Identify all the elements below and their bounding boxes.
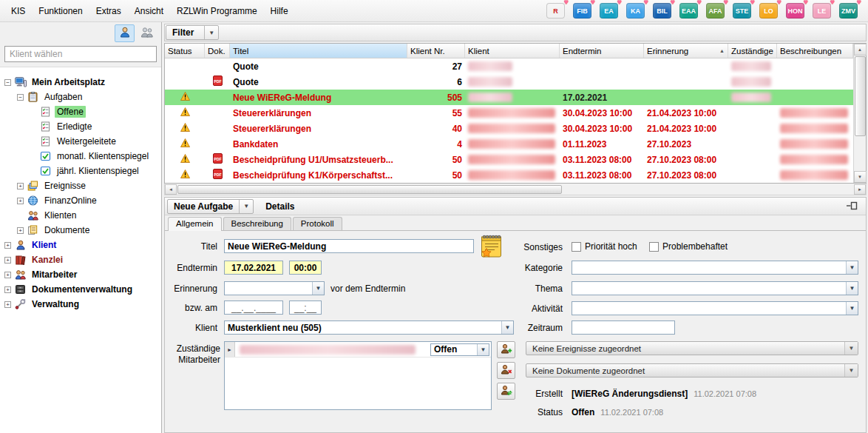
app-icon-zmv[interactable]: ZMV♥ [839,3,858,19]
table-row[interactable]: Neue WiEReG-Meldung50517.02.2021 [165,90,853,105]
app-icon-ea[interactable]: EA♥ [600,3,618,19]
app-icon-eaa[interactable]: EAA♥ [679,3,698,19]
pin-button[interactable] [840,199,864,213]
tree-item-monatl-klientenspiegel[interactable]: monatl. Klientenspiegel [1,149,160,164]
menu-item-funktionen[interactable]: Funktionen [32,1,89,21]
tree-item-klienten[interactable]: Klienten [1,208,160,223]
table-row[interactable]: Quote27 [165,58,853,74]
endtermin-date-input[interactable]: 17.02.2021 [224,261,283,275]
expand-icon[interactable]: + [17,198,24,204]
app-icon-hon[interactable]: HON♥ [786,3,804,19]
column-header-titel[interactable]: Titel [230,44,407,58]
scroll-left-button[interactable]: ◄ [165,184,177,195]
app-icon-lo[interactable]: LO♥ [759,3,778,19]
tree-item-jahrl-klientenspiegel[interactable]: jährl. Klientenspiegel [1,164,160,178]
tree-item-klient[interactable]: +Klient [1,238,160,252]
tree-item-dokumentenverwaltung[interactable]: +Dokumentenverwaltung [1,282,160,297]
app-icon-r[interactable]: R♥ [546,3,565,19]
app-icon-le[interactable]: LE♥ [813,3,831,19]
vertical-scroll-thumb[interactable] [855,56,866,136]
menu-item-rzlwin-programme[interactable]: RZLWin Programme [170,1,263,21]
expand-icon[interactable]: + [4,301,11,308]
column-header-erinnerung[interactable]: Erinnerung▲ [644,44,728,58]
assignee-status-combo[interactable]: Offen ▼ [430,343,489,356]
horizontal-scrollbar[interactable]: ◄ ► [164,184,867,195]
single-client-button[interactable] [115,24,135,42]
app-icon-ka[interactable]: KA♥ [626,3,645,19]
tree-item-verwaltung[interactable]: +Verwaltung [1,297,160,312]
remove-assignee-button[interactable] [497,362,515,379]
client-search-input[interactable] [4,46,157,62]
tree-item-ereignisse[interactable]: +Ereignisse [1,178,160,193]
app-icon-afa[interactable]: AFA♥ [706,3,725,19]
filter-button[interactable]: Filter ▼ [166,25,219,40]
collapse-icon[interactable]: − [17,94,24,101]
column-header-endtermin[interactable]: Endtermin [560,44,644,58]
expand-icon[interactable]: + [17,227,24,234]
tree-item-kanzlei[interactable]: +Kanzlei [1,252,160,267]
add-assignee-button[interactable] [497,341,515,358]
chevron-down-icon[interactable]: ▼ [844,364,858,377]
tab-beschreibung[interactable]: Beschreibung [223,217,291,230]
chevron-down-icon[interactable]: ▼ [204,26,218,39]
checkbox-icon[interactable] [572,242,581,252]
table-row[interactable]: Steuererklärungen5530.04.2023 10:0021.04… [165,105,853,121]
scroll-up-button[interactable]: ▲ [854,44,867,56]
tree-item-aufgaben[interactable]: −Aufgaben [1,90,160,104]
horizontal-scroll-thumb[interactable] [177,185,562,194]
column-header-klient[interactable]: Klient [465,44,560,58]
app-icon-bil[interactable]: BIL♥ [653,3,671,19]
assignee-row[interactable]: ► Offen ▼ [225,342,491,358]
tree-item-mein-arbeitsplatz[interactable]: −Mein Arbeitsplatz [1,75,160,90]
expand-icon[interactable]: + [17,183,24,189]
titel-input[interactable]: Neue WiEReG-Meldung [224,239,474,253]
tree-item-dokumente[interactable]: +Dokumente [1,223,160,238]
app-icon-fib[interactable]: FIB♥ [573,3,591,19]
table-row[interactable]: PDFBescheidprüfung K1/Körperschaftst...5… [165,167,853,183]
menu-item-ansicht[interactable]: Ansicht [128,1,170,21]
chevron-down-icon[interactable]: ▼ [846,282,858,295]
endtermin-time-input[interactable]: 00:00 [289,261,322,275]
bzw-date-input[interactable]: __.__.____ [224,301,283,315]
bzw-time-input[interactable]: __:__ [289,301,322,315]
thema-combo[interactable]: ▼ [572,281,858,295]
tree-item-finanzonline[interactable]: +FinanzOnline [1,193,160,208]
tree-item-weitergeleitete[interactable]: Weitergeleitete [1,134,160,149]
ereignisse-section-bar[interactable]: Keine Ereignisse zugeordnet ▼ [526,341,858,355]
scroll-down-button[interactable]: ▼ [854,171,867,183]
table-row[interactable]: Steuererklärungen4030.04.2023 10:0021.04… [165,121,853,136]
chevron-down-icon[interactable]: ▼ [312,282,324,295]
expand-icon[interactable]: + [4,242,11,249]
client-group-button[interactable] [137,24,157,42]
table-row[interactable]: PDFBescheidprüfung U1/Umsatzsteuerb...50… [165,152,853,167]
tab-protokoll[interactable]: Protokoll [293,217,342,230]
app-icon-ste[interactable]: STE♥ [733,3,751,19]
chevron-down-icon[interactable]: ▼ [477,344,489,355]
assignee-list[interactable]: ► Offen ▼ [224,341,492,410]
dokumente-section-bar[interactable]: Keine Dokumente zugeordnet ▼ [526,363,858,377]
tree-item-offene[interactable]: Offene [1,104,160,119]
aktivitaet-combo[interactable]: ▼ [572,301,858,315]
menu-item-extras[interactable]: Extras [89,1,128,21]
expand-icon[interactable]: + [4,257,11,264]
tree-item-mitarbeiter[interactable]: +Mitarbeiter [1,267,160,282]
prioritaet-hoch-checkbox[interactable]: Priorität hoch [572,241,637,252]
scroll-right-button[interactable]: ► [854,184,866,195]
menu-item-hilfe[interactable]: Hilfe [264,1,295,21]
chevron-down-icon[interactable]: ▼ [846,261,858,274]
chevron-down-icon[interactable]: ▼ [844,342,858,355]
column-header-zustandige[interactable]: Zuständige [728,44,777,58]
problembehaftet-checkbox[interactable]: Problembehaftet [649,241,728,252]
column-header-klient-nr[interactable]: Klient Nr. [407,44,465,58]
column-header-status[interactable]: Status [165,44,205,58]
kategorie-combo[interactable]: ▼ [572,261,858,275]
checkbox-icon[interactable] [649,242,659,252]
menu-item-kis[interactable]: KIS [4,1,32,21]
chevron-down-icon[interactable]: ▼ [846,302,858,315]
tab-allgemein[interactable]: Allgemein [168,217,222,231]
vertical-scrollbar[interactable]: ▲ ▼ [853,44,866,183]
new-task-button[interactable]: Neue Aufgabe ▼ [167,199,254,214]
chevron-down-icon[interactable]: ▼ [239,200,253,213]
zeitraum-input[interactable] [572,320,675,335]
column-header-beschreibungen[interactable]: Beschreibungen [777,44,853,58]
